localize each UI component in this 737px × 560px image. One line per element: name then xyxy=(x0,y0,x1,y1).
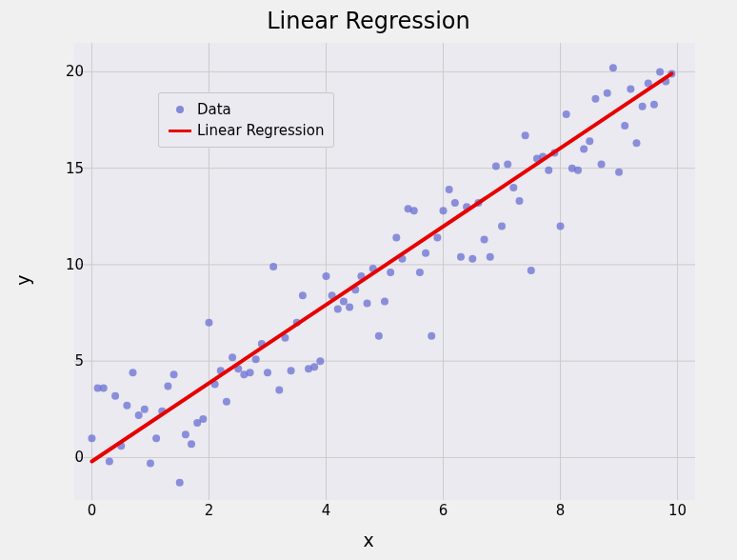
svg-point-26 xyxy=(176,479,184,487)
svg-point-69 xyxy=(428,332,435,340)
y-tick: 5 xyxy=(55,352,84,370)
svg-point-89 xyxy=(545,167,552,174)
x-tick: 4 xyxy=(322,502,331,519)
svg-point-50 xyxy=(316,357,324,365)
svg-point-61 xyxy=(381,297,388,305)
svg-point-97 xyxy=(591,95,599,103)
svg-point-31 xyxy=(205,319,212,327)
svg-point-11 xyxy=(88,434,95,442)
svg-point-105 xyxy=(639,103,647,110)
svg-point-14 xyxy=(106,457,113,465)
svg-point-38 xyxy=(247,369,254,376)
svg-point-96 xyxy=(586,137,593,145)
y-tick: 20 xyxy=(55,63,84,80)
svg-point-25 xyxy=(170,370,178,378)
svg-point-28 xyxy=(188,440,195,448)
svg-point-30 xyxy=(199,415,207,423)
svg-point-45 xyxy=(288,367,295,374)
svg-point-86 xyxy=(528,267,535,274)
legend-item-line: Linear Regression xyxy=(169,120,324,141)
svg-point-81 xyxy=(498,222,506,230)
legend: Data Linear Regression xyxy=(158,92,334,148)
svg-point-66 xyxy=(410,207,418,214)
legend-item-data: Data xyxy=(169,99,324,120)
chart-container: Linear Regression Data Linear Regression… xyxy=(0,0,737,560)
svg-point-71 xyxy=(440,207,448,214)
svg-point-82 xyxy=(504,161,511,169)
svg-point-60 xyxy=(375,332,383,340)
svg-point-73 xyxy=(451,199,459,207)
y-tick: 15 xyxy=(55,160,84,177)
svg-point-19 xyxy=(135,411,143,419)
svg-point-104 xyxy=(632,139,640,147)
svg-point-83 xyxy=(509,184,517,191)
svg-point-67 xyxy=(416,269,424,276)
x-axis-label: x xyxy=(363,530,373,550)
svg-point-15 xyxy=(111,392,119,400)
x-tick: 8 xyxy=(556,502,566,519)
svg-point-63 xyxy=(392,234,400,242)
svg-point-24 xyxy=(164,383,171,390)
x-tick: 6 xyxy=(439,502,448,519)
svg-point-34 xyxy=(223,398,230,406)
svg-point-35 xyxy=(229,353,236,361)
legend-label-data: Data xyxy=(197,101,231,118)
legend-dot-icon xyxy=(169,106,191,113)
plot-area: Data Linear Regression xyxy=(74,43,695,500)
svg-point-62 xyxy=(387,269,394,276)
y-axis-label: y xyxy=(12,274,33,285)
svg-point-98 xyxy=(598,161,606,169)
x-tick: 2 xyxy=(205,502,214,519)
svg-point-22 xyxy=(152,434,160,442)
svg-point-17 xyxy=(123,402,130,410)
svg-point-18 xyxy=(129,369,137,376)
svg-point-103 xyxy=(627,86,634,93)
svg-point-92 xyxy=(563,110,570,118)
svg-point-13 xyxy=(100,385,108,392)
svg-point-102 xyxy=(621,122,628,130)
svg-point-79 xyxy=(487,253,494,261)
svg-point-55 xyxy=(346,303,353,310)
svg-point-43 xyxy=(275,387,283,394)
svg-point-91 xyxy=(557,222,565,230)
x-tick: 0 xyxy=(88,502,97,519)
svg-point-54 xyxy=(340,297,348,305)
svg-point-78 xyxy=(481,236,488,244)
svg-point-21 xyxy=(147,460,154,468)
svg-point-100 xyxy=(609,64,617,71)
chart-title: Linear Regression xyxy=(267,8,470,34)
y-tick: 0 xyxy=(55,449,84,466)
svg-point-95 xyxy=(580,145,588,152)
svg-point-108 xyxy=(656,68,664,75)
svg-point-80 xyxy=(492,163,500,170)
svg-point-27 xyxy=(182,430,189,438)
svg-point-76 xyxy=(468,255,476,263)
x-tick: 10 xyxy=(668,502,687,519)
legend-label-line: Linear Regression xyxy=(197,122,324,139)
legend-line-icon xyxy=(169,130,191,132)
svg-point-85 xyxy=(522,131,529,139)
svg-point-101 xyxy=(615,169,623,176)
y-tick: 10 xyxy=(55,256,84,273)
svg-point-94 xyxy=(574,167,582,174)
svg-point-70 xyxy=(433,234,441,242)
svg-point-107 xyxy=(650,101,658,109)
svg-point-58 xyxy=(364,299,371,307)
svg-point-68 xyxy=(422,250,429,257)
svg-point-72 xyxy=(446,186,453,193)
svg-point-49 xyxy=(310,363,318,370)
svg-point-84 xyxy=(515,197,523,205)
svg-point-47 xyxy=(299,291,307,299)
svg-point-99 xyxy=(604,90,611,97)
svg-point-74 xyxy=(457,253,465,261)
svg-point-20 xyxy=(141,406,149,413)
svg-point-42 xyxy=(269,263,277,270)
svg-point-53 xyxy=(334,305,342,312)
svg-point-41 xyxy=(264,369,271,376)
svg-point-39 xyxy=(252,355,260,363)
svg-point-51 xyxy=(322,272,329,280)
